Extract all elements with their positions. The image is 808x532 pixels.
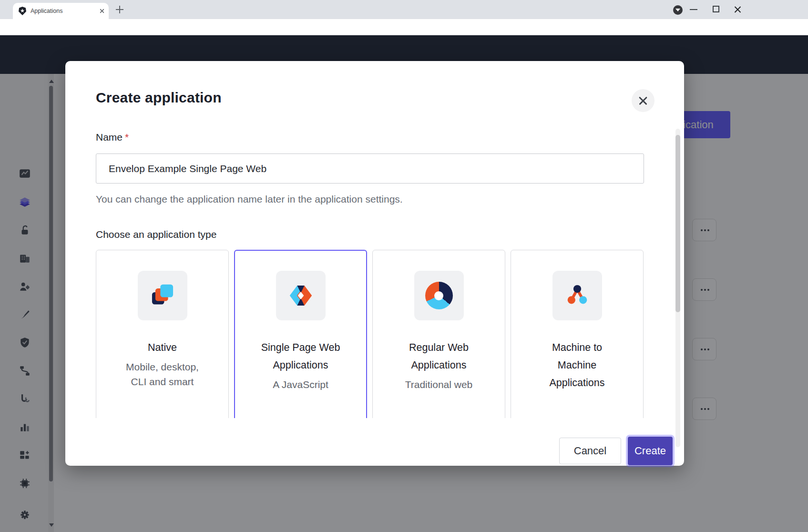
window-minimize-button[interactable] — [690, 9, 697, 10]
card-title: Machine to Machine Applications — [511, 339, 643, 392]
window-close-button[interactable] — [734, 6, 741, 13]
card-title: Single Page Web Applications — [235, 339, 366, 374]
card-description: Traditional web — [373, 377, 505, 392]
card-machine-to-machine[interactable]: Machine to Machine Applications — [511, 250, 644, 418]
regular-web-icon — [414, 271, 464, 320]
browser-toolbar: manage.auth0.com/dashboard/eu/dream-watc… — [0, 19, 808, 35]
new-tab-button[interactable] — [115, 5, 124, 14]
card-title: Native — [96, 339, 228, 357]
browser-tab[interactable]: Applications — [13, 3, 109, 19]
tab-strip: Applications — [0, 0, 808, 19]
card-description: A JavaScript — [235, 377, 366, 392]
tab-close-icon[interactable] — [100, 9, 104, 13]
cancel-button[interactable]: Cancel — [559, 438, 621, 464]
card-single-page-web[interactable]: Single Page Web Applications A JavaScrip… — [234, 250, 367, 418]
auth0-favicon-icon — [19, 7, 26, 15]
modal-scrollbar-thumb[interactable] — [675, 135, 680, 312]
window-maximize-button[interactable] — [713, 6, 719, 12]
native-app-icon — [138, 271, 187, 320]
application-type-label: Choose an application type — [96, 229, 216, 240]
card-title: Regular Web Applications — [373, 339, 505, 374]
card-regular-web[interactable]: Regular Web Applications Traditional web — [372, 250, 505, 418]
application-type-cards: Native Mobile, desktop, CLI and smart — [96, 250, 645, 418]
application-name-input[interactable] — [96, 153, 644, 184]
browser-window: Applications manage.auth0.com/dashboard/… — [0, 0, 808, 532]
card-native[interactable]: Native Mobile, desktop, CLI and smart — [96, 250, 229, 418]
close-icon[interactable] — [632, 89, 655, 112]
tab-title: Applications — [31, 8, 99, 14]
create-application-modal: Create application Name* You can change … — [65, 61, 684, 466]
tab-search-icon[interactable] — [673, 5, 683, 15]
name-helper-text: You can change the application name late… — [96, 194, 403, 205]
create-button[interactable]: Create — [628, 437, 673, 465]
modal-title: Create application — [96, 90, 222, 106]
spa-icon — [276, 271, 326, 320]
card-description: Mobile, desktop, CLI and smart — [96, 359, 228, 389]
required-asterisk: * — [125, 132, 129, 143]
name-label: Name* — [96, 132, 129, 143]
machine-to-machine-icon — [552, 271, 602, 320]
